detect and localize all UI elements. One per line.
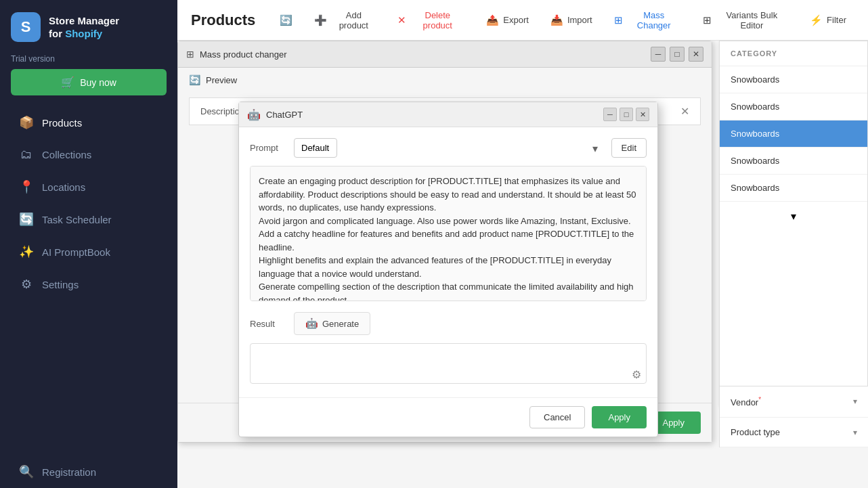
sidebar-item-label: Collections xyxy=(42,149,91,160)
chatgpt-apply-button[interactable]: Apply xyxy=(592,406,647,428)
preview-bar: 🔄 Preview xyxy=(189,74,701,85)
locations-icon: 📍 xyxy=(19,179,34,194)
product-type-label: Product type xyxy=(731,427,853,437)
trial-badge: Trial version xyxy=(11,54,167,64)
collections-icon: 🗂 xyxy=(19,148,34,162)
prompt-select[interactable]: Default xyxy=(294,138,337,158)
generate-icon: 🤖 xyxy=(305,317,318,330)
category-item-1[interactable]: Snowboards xyxy=(720,93,867,120)
chatgpt-icon: 🤖 xyxy=(247,108,261,121)
mass-changer-close[interactable]: ✕ xyxy=(689,47,703,62)
mass-changer-label: Mass Changer xyxy=(627,10,681,30)
chatgpt-titlebar: 🤖 ChatGPT ─ □ ✕ xyxy=(239,102,657,127)
import-button[interactable]: 📥 Import xyxy=(542,10,601,30)
vendor-chevron-icon: ▾ xyxy=(853,397,857,406)
category-item-4[interactable]: Snowboards xyxy=(720,175,867,202)
prompt-textarea[interactable]: Create an engaging product description f… xyxy=(250,166,647,301)
result-label: Result xyxy=(250,319,287,329)
refresh-button[interactable]: 🔄 xyxy=(272,10,301,30)
preview-icon: 🔄 xyxy=(189,74,200,85)
mass-changer-button[interactable]: ⊞ Mass Changer xyxy=(606,6,689,35)
sidebar-item-label: AI PromptBook xyxy=(42,246,110,258)
filter-icon: ⚡ xyxy=(810,14,823,26)
variants-bulk-editor-button[interactable]: ⊞ Variants Bulk Editor xyxy=(695,6,796,35)
export-icon: 📤 xyxy=(486,14,499,26)
result-textarea[interactable] xyxy=(250,343,647,384)
filter-button[interactable]: ⚡ Filter xyxy=(802,10,854,30)
mass-changer-icon: ⊞ xyxy=(614,14,623,26)
sidebar-item-registration[interactable]: 🔍 Registration xyxy=(5,456,172,487)
right-field-panel: Vendor* ▾ Product type ▾ xyxy=(719,386,868,447)
mass-changer-title: Mass product changer xyxy=(200,49,645,60)
generate-button[interactable]: 🤖 Generate xyxy=(294,312,370,335)
mass-changer-maximize[interactable]: □ xyxy=(670,47,685,62)
task-scheduler-icon: 🔄 xyxy=(19,212,34,227)
category-scroll-down[interactable]: ▾ xyxy=(720,202,867,231)
import-icon: 📥 xyxy=(550,14,563,26)
chatgpt-close[interactable]: ✕ xyxy=(636,108,649,121)
chatgpt-minimize[interactable]: ─ xyxy=(603,108,617,121)
preview-label: Preview xyxy=(206,75,237,85)
delete-product-label: Delete product xyxy=(410,10,464,30)
mass-changer-minimize[interactable]: ─ xyxy=(651,47,666,62)
products-icon: 📦 xyxy=(19,115,34,130)
add-product-button[interactable]: ➕ Add product xyxy=(306,6,384,35)
prompt-select-wrapper: Default xyxy=(294,138,605,158)
category-item-0[interactable]: Snowboards xyxy=(720,66,867,93)
chatgpt-cancel-button[interactable]: Cancel xyxy=(529,406,585,428)
sidebar-item-products[interactable]: 📦 Products xyxy=(5,107,172,138)
chatgpt-body: Prompt Default Edit Create an engaging p… xyxy=(239,127,657,397)
generate-label: Generate xyxy=(322,319,359,329)
edit-button[interactable]: Edit xyxy=(611,138,647,158)
registration-icon: 🔍 xyxy=(19,464,34,479)
sidebar-item-label: Registration xyxy=(42,466,96,478)
mass-changer-titlebar: ⊞ Mass product changer ─ □ ✕ xyxy=(178,41,712,68)
product-type-chevron-icon: ▾ xyxy=(853,428,857,437)
variants-icon: ⊞ xyxy=(703,14,712,26)
chatgpt-maximize[interactable]: □ xyxy=(620,108,633,121)
app-logo: S Store Managerfor Shopify xyxy=(0,0,177,54)
category-item-2[interactable]: Snowboards xyxy=(720,120,867,148)
sidebar: S Store Managerfor Shopify Trial version… xyxy=(0,0,177,488)
topbar: Products 🔄 ➕ Add product ✕ Delete produc… xyxy=(177,0,868,41)
add-icon: ➕ xyxy=(314,14,327,26)
gear-icon[interactable]: ⚙ xyxy=(632,368,641,381)
add-product-label: Add product xyxy=(331,10,376,30)
main-content: Products 🔄 ➕ Add product ✕ Delete produc… xyxy=(177,0,868,488)
mass-changer-controls: ─ □ ✕ xyxy=(651,47,703,62)
export-button[interactable]: 📤 Export xyxy=(478,10,537,30)
result-area: ⚙ xyxy=(250,343,647,386)
sidebar-item-locations[interactable]: 📍 Locations xyxy=(5,171,172,202)
prompt-label: Prompt xyxy=(250,143,287,153)
sidebar-item-ai-promptbook[interactable]: ✨ AI PromptBook xyxy=(5,236,172,267)
description-close-icon[interactable]: ✕ xyxy=(680,105,689,118)
buy-now-button[interactable]: 🛒 Buy now xyxy=(11,69,167,95)
sidebar-item-settings[interactable]: ⚙ Settings xyxy=(5,269,172,300)
vendor-row[interactable]: Vendor* ▾ xyxy=(720,386,868,418)
prompt-row: Prompt Default Edit xyxy=(250,138,647,158)
sidebar-item-label: Products xyxy=(42,117,82,129)
import-label: Import xyxy=(567,15,592,25)
product-type-row[interactable]: Product type ▾ xyxy=(720,418,868,447)
cart-icon: 🛒 xyxy=(61,76,74,89)
preview-area: 🔄 Preview xyxy=(178,68,712,97)
export-label: Export xyxy=(503,15,529,25)
sidebar-item-task-scheduler[interactable]: 🔄 Task Scheduler xyxy=(5,204,172,235)
buy-label: Buy now xyxy=(80,77,116,88)
sidebar-item-label: Locations xyxy=(42,181,85,193)
page-title: Products xyxy=(191,12,255,29)
variants-label: Variants Bulk Editor xyxy=(716,10,788,30)
mass-changer-title-icon: ⊞ xyxy=(186,49,194,60)
chatgpt-title: ChatGPT xyxy=(266,110,598,120)
chatgpt-dialog: 🤖 ChatGPT ─ □ ✕ Prompt Default Edit xyxy=(238,102,658,437)
sidebar-item-label: Task Scheduler xyxy=(42,214,112,225)
category-header: CATEGORY xyxy=(720,41,867,66)
delete-product-button[interactable]: ✕ Delete product xyxy=(389,6,473,35)
filter-label: Filter xyxy=(827,15,846,25)
sidebar-item-label: Settings xyxy=(42,279,79,290)
chatgpt-footer: Cancel Apply xyxy=(239,397,657,437)
refresh-icon: 🔄 xyxy=(280,14,292,26)
sidebar-item-collections[interactable]: 🗂 Collections xyxy=(5,139,172,170)
category-item-3[interactable]: Snowboards xyxy=(720,148,867,175)
settings-icon: ⚙ xyxy=(19,277,34,292)
